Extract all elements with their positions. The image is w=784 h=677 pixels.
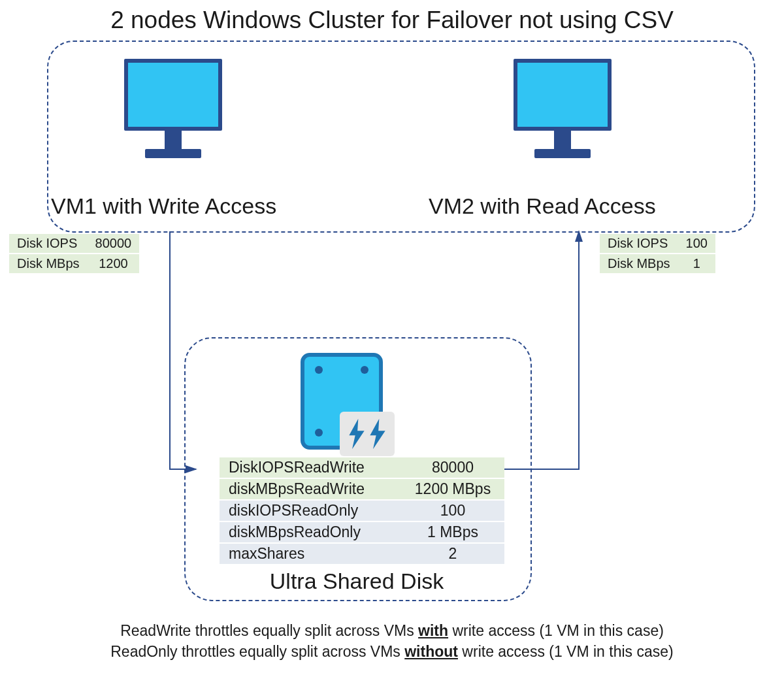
diagram-title: 2 nodes Windows Cluster for Failover not… xyxy=(0,7,784,34)
disk-title: Ultra Shared Disk xyxy=(184,569,529,594)
disk-row-value: 1 MBps xyxy=(401,521,504,543)
monitor-icon xyxy=(124,59,222,158)
lightning-icon xyxy=(340,412,395,456)
disk-metrics-table: DiskIOPSReadWrite 80000 diskMBpsReadWrit… xyxy=(220,457,504,565)
disk-row-label: diskIOPSReadOnly xyxy=(220,500,401,521)
caption-text: ReadWrite throttles equally split across… xyxy=(120,622,418,639)
disk-row-value: 80000 xyxy=(401,457,504,478)
disk-row-label: diskMBpsReadOnly xyxy=(220,521,401,543)
ultra-disk-icon xyxy=(301,353,385,451)
disk-row-value: 1200 MBps xyxy=(401,478,504,500)
vm2-label: VM2 with Read Access xyxy=(429,193,656,219)
caption-emph: with xyxy=(418,622,448,639)
vm1-label: VM1 with Write Access xyxy=(51,193,276,219)
caption-line-2: ReadOnly throttles equally split across … xyxy=(0,643,784,661)
caption-emph: without xyxy=(404,643,458,660)
caption-line-1: ReadWrite throttles equally split across… xyxy=(0,622,784,640)
svg-marker-0 xyxy=(349,419,364,450)
vm2-metrics-table: Disk IOPS 100 Disk MBps 1 xyxy=(600,234,715,274)
vm1-mbps-value: 1200 xyxy=(88,254,140,274)
disk-row-label: maxShares xyxy=(220,543,401,565)
vm2-mbps-value: 1 xyxy=(678,254,715,274)
vm2-mbps-label: Disk MBps xyxy=(600,254,678,274)
disk-row-value: 100 xyxy=(401,500,504,521)
caption-text: write access (1 VM in this case) xyxy=(448,622,664,639)
disk-row-label: diskMBpsReadWrite xyxy=(220,478,401,500)
vm1-iops-value: 80000 xyxy=(88,234,140,254)
caption-text: write access (1 VM in this case) xyxy=(458,643,674,660)
vm1-iops-label: Disk IOPS xyxy=(9,234,88,254)
vm2-iops-value: 100 xyxy=(678,234,715,254)
vm1-mbps-label: Disk MBps xyxy=(9,254,88,274)
svg-marker-1 xyxy=(370,419,385,450)
disk-row-label: DiskIOPSReadWrite xyxy=(220,457,401,478)
monitor-icon xyxy=(514,59,612,158)
disk-row-value: 2 xyxy=(401,543,504,565)
caption-text: ReadOnly throttles equally split across … xyxy=(110,643,404,660)
vm1-metrics-table: Disk IOPS 80000 Disk MBps 1200 xyxy=(9,234,139,274)
vm2-iops-label: Disk IOPS xyxy=(600,234,678,254)
